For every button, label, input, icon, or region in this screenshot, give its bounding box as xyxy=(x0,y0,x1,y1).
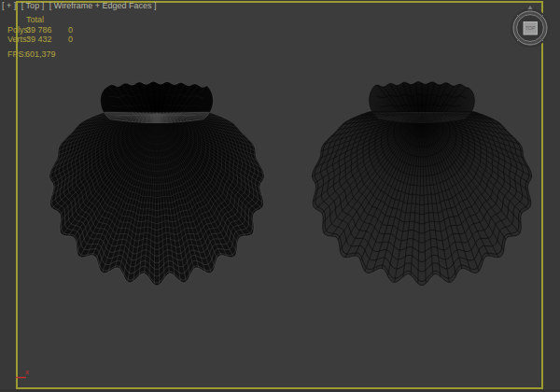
viewport-shading-menu[interactable]: [ Wireframe + Edged Faces ] xyxy=(49,1,157,10)
max-viewport-screenshot: [ + ] [ Top ] [ Wireframe + Edged Faces … xyxy=(0,0,560,392)
viewport-label: [ + ] [ Top ] [ Wireframe + Edged Faces … xyxy=(2,0,159,11)
viewport-canvas[interactable] xyxy=(0,0,560,392)
stats-column-header: Total xyxy=(26,15,44,24)
stats-fps-label: FPS: xyxy=(7,49,26,59)
viewport-pov-menu[interactable]: [ Top ] xyxy=(21,1,44,10)
viewcube[interactable]: TOP xyxy=(508,5,553,49)
scallop-shell-right[interactable] xyxy=(312,82,531,286)
viewcube-top-face-label: TOP xyxy=(525,25,536,31)
stats-verts-selected: 0 xyxy=(68,35,73,44)
stats-verts-total: 39 432 xyxy=(26,35,52,44)
stats-polys-selected: 0 xyxy=(68,25,73,35)
stats-fps-value: 601,379 xyxy=(25,49,56,59)
stats-polys-total: 39 786 xyxy=(26,25,52,35)
axis-x-label: x xyxy=(25,368,29,376)
scallop-shell-left[interactable] xyxy=(49,82,264,287)
axis-marker: x xyxy=(13,366,35,381)
viewport-general-menu[interactable]: [ + ] xyxy=(2,1,16,10)
viewcube-north-arrow[interactable] xyxy=(528,6,533,9)
